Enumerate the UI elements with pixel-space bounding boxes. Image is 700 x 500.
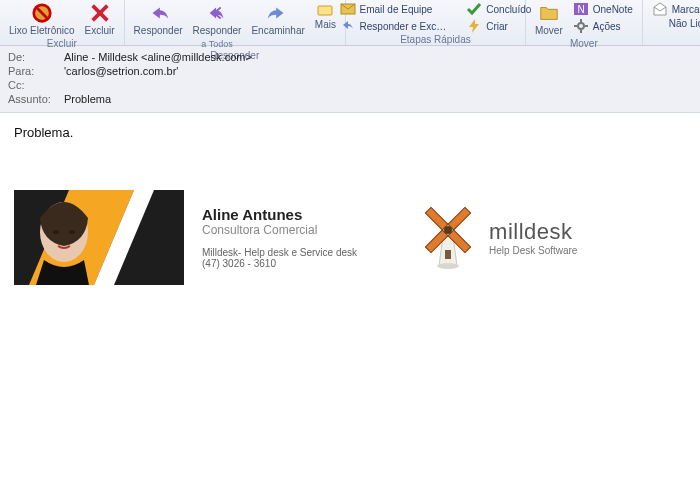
group-caption-move: Mover	[570, 38, 598, 50]
signature-phone: (47) 3026 - 3610	[202, 258, 357, 269]
reply-all-label: Responder	[193, 26, 242, 37]
header-subject-row: Assunto: Problema	[8, 92, 692, 106]
delete-label: Excluir	[85, 26, 115, 37]
forward-label: Encaminhar	[251, 26, 304, 37]
check-icon	[466, 1, 482, 17]
delete-x-icon	[89, 2, 111, 24]
brand-name: milldesk	[489, 219, 577, 245]
to-value: 'carlos@setrion.com.br'	[64, 65, 178, 77]
signature-name: Aline Antunes	[202, 206, 357, 223]
forward-button[interactable]: Encaminhar	[248, 1, 307, 38]
svg-point-20	[437, 263, 459, 269]
email-signature: Aline Antunes Consultora Comercial Milld…	[14, 190, 686, 285]
more-icon	[317, 2, 333, 18]
from-value: Aline - Milldesk <aline@milldesk.com>	[64, 51, 252, 63]
subject-label: Assunto:	[8, 93, 56, 105]
reply-button[interactable]: Responder	[131, 1, 186, 38]
signature-role: Consultora Comercial	[202, 223, 357, 237]
ribbon-toolbar: Lixo Eletrônico Excluir Excluir Responde…	[0, 0, 700, 46]
svg-point-19	[69, 230, 75, 234]
quick-create[interactable]: Criar	[463, 18, 534, 34]
reply-all-sub: a Todos	[201, 39, 232, 49]
reply-all-icon	[206, 2, 228, 24]
mark-unread-label: Não Lida	[669, 18, 700, 29]
move-label: Mover	[535, 26, 563, 37]
group-caption-tags	[683, 33, 686, 45]
svg-point-9	[578, 23, 584, 29]
folder-move-icon	[538, 2, 560, 24]
brand-tagline: Help Desk Software	[489, 245, 577, 256]
signature-company: Milldesk- Help desk e Service desk	[202, 247, 357, 258]
cc-label: Cc:	[8, 79, 56, 91]
header-from-row: De: Aline - Milldesk <aline@milldesk.com…	[8, 50, 692, 64]
brand-text: milldesk Help Desk Software	[489, 219, 577, 256]
onenote-icon: N	[573, 1, 589, 17]
to-label: Para:	[8, 65, 56, 77]
body-text: Problema.	[14, 125, 686, 140]
signature-brand: milldesk Help Desk Software	[417, 200, 577, 275]
quick-team-email-label: Email de Equipe	[360, 4, 433, 15]
svg-rect-21	[445, 250, 451, 259]
mark-read-button[interactable]: Marcar co	[649, 1, 700, 17]
quick-create-label: Criar	[486, 21, 508, 32]
ribbon-group-respond: Responder Responder a Todos Encaminhar	[125, 0, 346, 45]
onenote-label: OneNote	[593, 4, 633, 15]
signature-photo	[14, 190, 184, 285]
more-respond-button[interactable]: Mais	[312, 1, 339, 32]
envelope-open-icon	[652, 1, 668, 17]
delete-button[interactable]: Excluir	[82, 1, 118, 38]
forward-icon	[267, 2, 289, 24]
junk-label: Lixo Eletrônico	[9, 26, 75, 37]
message-headers: De: Aline - Milldesk <aline@milldesk.com…	[0, 46, 700, 113]
windmill-logo-icon	[417, 200, 479, 275]
ribbon-group-tags: Marcar co Não Lida	[643, 0, 700, 45]
onenote-button[interactable]: N OneNote	[570, 1, 636, 17]
signature-text-block: Aline Antunes Consultora Comercial Milld…	[202, 206, 357, 269]
from-label: De:	[8, 51, 56, 63]
junk-icon	[31, 2, 53, 24]
more-label: Mais	[315, 20, 336, 31]
svg-rect-25	[425, 207, 448, 230]
svg-point-26	[444, 226, 452, 234]
reply-label: Responder	[134, 26, 183, 37]
move-button[interactable]: Mover	[532, 1, 566, 38]
ribbon-group-move: Mover N OneNote Ações Mover	[526, 0, 643, 45]
svg-text:N: N	[577, 4, 584, 15]
gear-icon	[573, 18, 589, 34]
group-caption-quick: Etapas Rápidas	[400, 34, 471, 46]
quick-reply-delete[interactable]: Responder e Exc…	[337, 18, 450, 34]
signature-left: Aline Antunes Consultora Comercial Milld…	[14, 190, 357, 285]
reply-delete-icon	[340, 18, 356, 34]
header-to-row: Para: 'carlos@setrion.com.br'	[8, 64, 692, 78]
mark-unread-button[interactable]: Não Lida	[649, 18, 700, 29]
quick-done-label: Concluído	[486, 4, 531, 15]
ribbon-group-delete: Lixo Eletrônico Excluir Excluir	[0, 0, 125, 45]
mark-read-label: Marcar co	[672, 4, 700, 15]
quick-done[interactable]: Concluído	[463, 1, 534, 17]
team-email-icon	[340, 1, 356, 17]
svg-rect-5	[318, 6, 332, 15]
lightning-icon	[466, 18, 482, 34]
group-caption-delete: Excluir	[47, 38, 77, 50]
header-cc-row: Cc:	[8, 78, 692, 92]
actions-label: Ações	[593, 21, 621, 32]
svg-point-18	[53, 230, 59, 234]
svg-rect-22	[448, 207, 471, 230]
junk-mail-button[interactable]: Lixo Eletrônico	[6, 1, 78, 38]
reply-icon	[147, 2, 169, 24]
actions-button[interactable]: Ações	[570, 18, 636, 34]
subject-value: Problema	[64, 93, 111, 105]
quick-team-email[interactable]: Email de Equipe	[337, 1, 450, 17]
quick-reply-delete-label: Responder e Exc…	[360, 21, 447, 32]
reply-all-button[interactable]: Responder a Todos	[190, 1, 245, 50]
message-body: Problema. Aline Antunes Co	[0, 113, 700, 493]
ribbon-group-quick-steps: Email de Equipe Responder e Exc… Concluí…	[346, 0, 526, 45]
